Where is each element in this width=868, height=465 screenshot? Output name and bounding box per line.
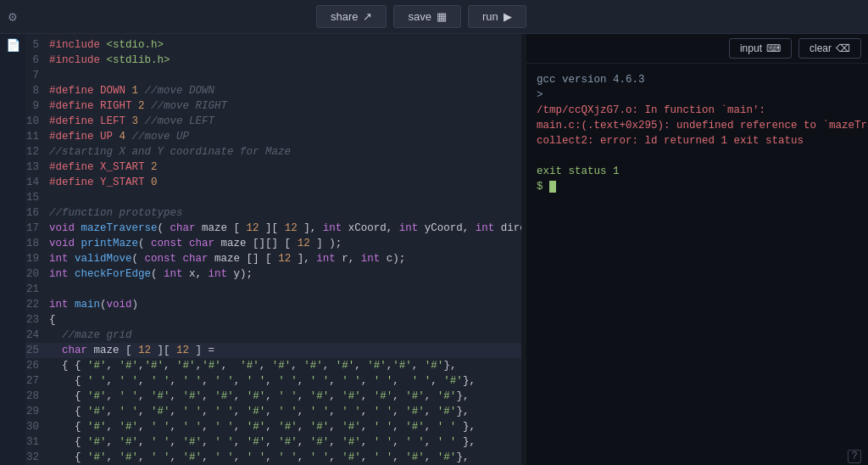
terminal-line bbox=[537, 148, 858, 164]
share-button[interactable]: share ↗ bbox=[316, 5, 387, 28]
table-row: 12 //starting X and Y coordinate for Maz… bbox=[25, 144, 521, 160]
code-panel[interactable]: 📄 5 #include <stdio.h> 6 #include <stdli… bbox=[0, 34, 521, 465]
table-row: 17 void mazeTraverse( char maze [ 12 ][ … bbox=[25, 221, 521, 236]
code-lines: 5 #include <stdio.h> 6 #include <stdlib.… bbox=[25, 34, 521, 465]
terminal-panel: input ⌨ clear ⌫ gcc version 4.6.3 > /tmp… bbox=[526, 34, 868, 465]
main-content: 📄 5 #include <stdio.h> 6 #include <stdli… bbox=[0, 34, 868, 465]
run-label: run bbox=[482, 10, 498, 23]
file-icon-bar: 📄 bbox=[0, 34, 25, 465]
terminal-cursor bbox=[549, 181, 556, 193]
save-label: save bbox=[408, 10, 431, 23]
table-row: 13 #define X_START 2 bbox=[25, 160, 521, 175]
table-row: 7 bbox=[25, 68, 521, 83]
save-button[interactable]: save ▦ bbox=[393, 5, 460, 28]
clear-button[interactable]: clear ⌫ bbox=[798, 38, 861, 59]
table-row: 29 { '#', ' ', '#', ' ', ' ', '#', ' ', … bbox=[25, 404, 521, 419]
terminal-line: $ bbox=[537, 179, 858, 194]
clear-icon: ⌫ bbox=[836, 42, 850, 54]
table-row: 30 { '#', '#', ' ', ' ', ' ', '#', '#', … bbox=[25, 419, 521, 434]
table-row: 21 bbox=[25, 282, 521, 297]
terminal-line: collect2: error: ld returned 1 exit stat… bbox=[537, 133, 858, 148]
table-row: 27 { ' ', ' ', ' ', ' ', ' ', ' ', ' ', … bbox=[25, 373, 521, 389]
table-row: 25 char maze [ 12 ][ 12 ] = bbox=[25, 343, 521, 358]
help-icon[interactable]: ? bbox=[848, 450, 861, 463]
input-label: input bbox=[740, 42, 762, 54]
table-row: 8 #define DOWN 1 //move DOWN bbox=[25, 83, 521, 98]
table-row: 5 #include <stdio.h> bbox=[25, 37, 521, 53]
share-icon: ↗ bbox=[363, 10, 372, 23]
table-row: 20 int checkForEdge( int x, int y); bbox=[25, 266, 521, 282]
share-label: share bbox=[331, 10, 359, 23]
terminal-line: exit status 1 bbox=[537, 164, 858, 179]
run-icon: ▶ bbox=[504, 10, 512, 23]
terminal-toolbar: input ⌨ clear ⌫ bbox=[526, 34, 868, 64]
table-row: 28 { '#', ' ', '#', '#', '#', '#', ' ', … bbox=[25, 389, 521, 404]
toolbar-center: share ↗ save ▦ run ▶ bbox=[316, 5, 526, 28]
table-row: 9 #define RIGHT 2 //move RIGHT bbox=[25, 98, 521, 114]
table-row: 32 { '#', '#', ' ', '#', ' ', ' ', ' ', … bbox=[25, 450, 521, 465]
terminal-line: > bbox=[537, 87, 858, 103]
table-row: 10 #define LEFT 3 //move LEFT bbox=[25, 114, 521, 129]
table-row: 23 { bbox=[25, 312, 521, 328]
terminal-line: /tmp/ccQXjzG7.o: In function `main': bbox=[537, 103, 858, 118]
input-button[interactable]: input ⌨ bbox=[729, 38, 792, 59]
run-button[interactable]: run ▶ bbox=[468, 5, 526, 28]
save-icon: ▦ bbox=[437, 10, 447, 23]
table-row: 15 bbox=[25, 190, 521, 205]
terminal-line: gcc version 4.6.3 bbox=[537, 72, 858, 87]
table-row: 18 void printMaze( const char maze [][] … bbox=[25, 236, 521, 251]
bottom-bar: ? bbox=[526, 448, 868, 465]
table-row: 26 { { '#', '#','#', '#','#', '#', '#', … bbox=[25, 358, 521, 373]
table-row: 19 int validMove( const char maze [] [ 1… bbox=[25, 251, 521, 266]
table-row: 16 //function prototypes bbox=[25, 205, 521, 221]
table-row: 11 #define UP 4 //move UP bbox=[25, 129, 521, 144]
gear-icon[interactable]: ⚙ bbox=[8, 8, 17, 25]
toolbar: ⚙ share ↗ save ▦ run ▶ bbox=[0, 0, 868, 34]
clear-label: clear bbox=[810, 42, 832, 54]
table-row: 6 #include <stdlib.h> bbox=[25, 53, 521, 68]
table-row: 14 #define Y_START 0 bbox=[25, 175, 521, 190]
keyboard-icon: ⌨ bbox=[766, 42, 781, 54]
file-icon: 📄 bbox=[6, 38, 20, 53]
table-row: 31 { '#', '#', ' ', '#', ' ', '#', '#', … bbox=[25, 434, 521, 450]
terminal-output: gcc version 4.6.3 > /tmp/ccQXjzG7.o: In … bbox=[526, 64, 868, 448]
table-row: 24 //maze grid bbox=[25, 328, 521, 343]
table-row: 22 int main(void) bbox=[25, 297, 521, 312]
toolbar-left: ⚙ bbox=[8, 8, 17, 25]
terminal-line: main.c:(.text+0x295): undefined referenc… bbox=[537, 118, 858, 133]
